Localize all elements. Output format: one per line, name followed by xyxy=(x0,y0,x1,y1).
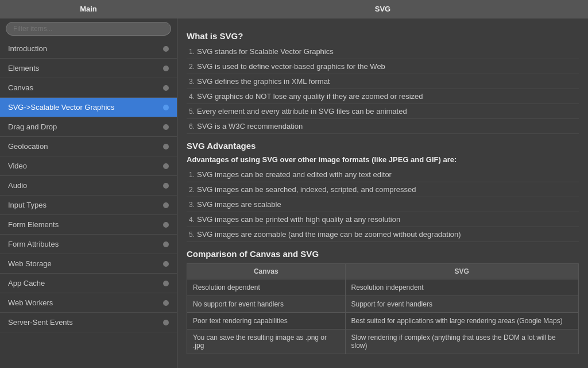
list-item-text: SVG images can be searched, indexed, scr… xyxy=(197,185,416,194)
sidebar-item-dot xyxy=(163,163,169,169)
sidebar-item[interactable]: Elements xyxy=(0,59,177,78)
list-item-text: SVG graphics do NOT lose any quality if … xyxy=(197,92,423,101)
sidebar-item-label: App Cache xyxy=(8,279,45,288)
comparison-col1-header: Canvas xyxy=(187,264,346,279)
comparison-canvas-cell: No support for event handlers xyxy=(187,296,346,313)
sidebar-item[interactable]: Audio xyxy=(0,176,177,195)
list-item-num: 2. xyxy=(189,63,195,71)
list-item: 5.Every element and every attribute in S… xyxy=(187,104,579,119)
sidebar-item-label: Introduction xyxy=(8,44,47,53)
what-is-svg-list: 1.SVG stands for Scalable Vector Graphic… xyxy=(187,44,579,134)
content-panel: SVG What is SVG? 1.SVG stands for Scalab… xyxy=(177,0,588,368)
sidebar-item-dot xyxy=(163,85,169,91)
sidebar-list: IntroductionElementsCanvasSVG->Scalable … xyxy=(0,39,177,368)
comparison-col2-header: SVG xyxy=(345,264,579,279)
list-item: 3.SVG images are scalable xyxy=(187,197,579,212)
sidebar-item-dot xyxy=(163,261,169,267)
comparison-svg-cell: Slow rendering if complex (anything that… xyxy=(345,329,579,354)
list-item: 2.SVG images can be searched, indexed, s… xyxy=(187,182,579,197)
sidebar-item-label: Server-Sent Events xyxy=(8,318,73,327)
list-item-num: 5. xyxy=(189,108,195,116)
list-item-text: SVG images can be created and edited wit… xyxy=(197,170,392,179)
sidebar-item-label: Video xyxy=(8,162,27,170)
svg-advantages-subtitle: Advantages of using SVG over other image… xyxy=(187,155,579,164)
content-header: SVG xyxy=(177,0,588,18)
comparison-canvas-cell: Resolution dependent xyxy=(187,279,346,296)
sidebar: Main IntroductionElementsCanvasSVG->Scal… xyxy=(0,0,177,368)
sidebar-item[interactable]: Canvas xyxy=(0,78,177,98)
what-is-svg-title: What is SVG? xyxy=(187,31,579,41)
sidebar-item[interactable]: Form Elements xyxy=(0,215,177,235)
comparison-svg-cell: Best suited for applications with large … xyxy=(345,313,579,329)
list-item: 1.SVG images can be created and edited w… xyxy=(187,167,579,182)
content-body: What is SVG? 1.SVG stands for Scalable V… xyxy=(177,18,588,360)
list-item-text: SVG defines the graphics in XML format xyxy=(197,77,330,86)
sidebar-item-label: Geolocation xyxy=(8,142,48,151)
sidebar-item-dot xyxy=(163,144,169,150)
sidebar-item-dot xyxy=(163,222,169,228)
list-item-text: SVG images are zoomable (and the image c… xyxy=(197,230,461,239)
sidebar-item-dot xyxy=(163,320,169,325)
sidebar-item-label: Canvas xyxy=(8,83,33,92)
comparison-tbody: Resolution dependentResolution independe… xyxy=(187,279,579,354)
sidebar-item-label: Form Elements xyxy=(8,220,59,229)
sidebar-header: Main xyxy=(0,0,177,18)
table-row: Resolution dependentResolution independe… xyxy=(187,279,579,296)
sidebar-item[interactable]: Web Workers xyxy=(0,293,177,313)
sidebar-item-dot xyxy=(163,124,169,130)
list-item: 4.SVG images can be printed with high qu… xyxy=(187,212,579,227)
sidebar-item[interactable]: Introduction xyxy=(0,39,177,59)
sidebar-item-dot xyxy=(163,105,169,110)
comparison-canvas-cell: Poor text rendering capabilities xyxy=(187,313,346,329)
sidebar-item-label: SVG->Scalable Vector Graphics xyxy=(8,103,114,112)
sidebar-item-dot xyxy=(163,300,169,306)
svg-advantages-title: SVG Advantages xyxy=(187,141,579,151)
list-item: 2.SVG is used to define vector-based gra… xyxy=(187,59,579,74)
sidebar-item[interactable]: Form Attributes xyxy=(0,235,177,254)
sidebar-item[interactable]: Input Types xyxy=(0,195,177,215)
sidebar-item[interactable]: Geolocation xyxy=(0,137,177,156)
sidebar-item-label: Drag and Drop xyxy=(8,122,57,131)
list-item-num: 5. xyxy=(189,231,195,239)
list-item-num: 3. xyxy=(189,201,195,209)
list-item-num: 3. xyxy=(189,78,195,86)
sidebar-item[interactable]: Drag and Drop xyxy=(0,117,177,137)
list-item-num: 2. xyxy=(189,186,195,194)
sidebar-item-label: Web Storage xyxy=(8,259,52,268)
list-item-text: SVG images can be printed with high qual… xyxy=(197,215,400,224)
sidebar-item-dot xyxy=(163,66,169,71)
list-item: 1.SVG stands for Scalable Vector Graphic… xyxy=(187,44,579,59)
sidebar-item[interactable]: App Cache xyxy=(0,274,177,293)
table-row: No support for event handlersSupport for… xyxy=(187,296,579,313)
sidebar-item[interactable]: Video xyxy=(0,156,177,176)
comparison-table: Canvas SVG Resolution dependentResolutio… xyxy=(187,263,579,354)
sidebar-item-dot xyxy=(163,46,169,52)
sidebar-item-label: Web Workers xyxy=(8,298,53,307)
sidebar-item-dot xyxy=(163,183,169,189)
sidebar-item-dot xyxy=(163,202,169,208)
sidebar-item[interactable]: Server-Sent Events xyxy=(0,313,177,332)
list-item-num: 1. xyxy=(189,171,195,179)
list-item-num: 4. xyxy=(189,93,195,101)
list-item: 6.SVG is a W3C recommendation xyxy=(187,119,579,134)
sidebar-item[interactable]: Web Storage xyxy=(0,254,177,274)
sidebar-item-dot xyxy=(163,281,169,286)
table-row: Poor text rendering capabilitiesBest sui… xyxy=(187,313,579,329)
table-row: You can save the resulting image as .png… xyxy=(187,329,579,354)
sidebar-item-label: Audio xyxy=(8,181,27,190)
sidebar-item-label: Input Types xyxy=(8,201,47,209)
comparison-canvas-cell: You can save the resulting image as .png… xyxy=(187,329,346,354)
list-item: 5.SVG images are zoomable (and the image… xyxy=(187,227,579,242)
list-item-text: SVG stands for Scalable Vector Graphics xyxy=(197,47,334,56)
list-item-text: SVG is used to define vector-based graph… xyxy=(197,62,385,71)
comparison-title: Comparison of Canvas and SVG xyxy=(187,249,579,259)
comparison-svg-cell: Resolution independent xyxy=(345,279,579,296)
list-item: 3.SVG defines the graphics in XML format xyxy=(187,74,579,89)
filter-input[interactable] xyxy=(6,22,171,36)
list-item-num: 4. xyxy=(189,216,195,224)
list-item-text: Every element and every attribute in SVG… xyxy=(197,107,407,116)
sidebar-item[interactable]: SVG->Scalable Vector Graphics xyxy=(0,98,177,117)
sidebar-item-label: Elements xyxy=(8,64,39,72)
filter-wrap xyxy=(0,18,177,39)
list-item-text: SVG is a W3C recommendation xyxy=(197,122,303,131)
